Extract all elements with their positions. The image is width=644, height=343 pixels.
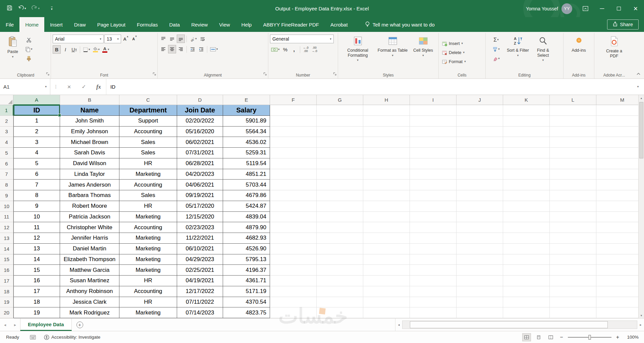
cell[interactable] [503, 127, 550, 137]
cell[interactable] [410, 212, 457, 223]
cell[interactable] [550, 127, 596, 137]
cell[interactable]: 12/17/2022 [177, 286, 223, 297]
cell[interactable]: Accounting [119, 180, 177, 190]
cell[interactable]: 04/20/2023 [177, 169, 223, 180]
cell[interactable] [503, 148, 550, 158]
cell[interactable] [363, 297, 410, 308]
cell[interactable] [457, 201, 503, 212]
cell[interactable] [270, 190, 317, 201]
cell[interactable]: 05/17/2020 [177, 201, 223, 212]
cell[interactable]: 10 [13, 212, 60, 223]
cell[interactable]: Matthew Garcia [60, 265, 119, 276]
cell[interactable] [596, 169, 644, 180]
cell[interactable] [363, 148, 410, 158]
cell[interactable] [596, 148, 644, 158]
cell[interactable] [410, 276, 457, 286]
row-header-13[interactable]: 13 [0, 233, 13, 244]
normal-view-button[interactable] [522, 333, 531, 341]
cell[interactable] [317, 244, 363, 254]
tab-formulas[interactable]: Formulas [131, 17, 164, 32]
cell[interactable] [363, 137, 410, 148]
cell[interactable]: Christopher White [60, 222, 119, 233]
wrap-text-button[interactable] [199, 35, 207, 43]
cell[interactable]: 5901.89 [223, 116, 270, 127]
cell[interactable] [410, 105, 457, 116]
number-format-select[interactable]: General▾ [270, 35, 334, 43]
clipboard-dialog-launcher[interactable] [46, 71, 50, 77]
row-header-11[interactable]: 11 [0, 212, 13, 223]
row-header-12[interactable]: 12 [0, 222, 13, 233]
cell[interactable]: 06/02/2021 [177, 137, 223, 148]
cell[interactable] [503, 307, 550, 318]
cell[interactable] [317, 105, 363, 116]
tab-draw[interactable]: Draw [68, 17, 92, 32]
cell[interactable] [410, 158, 457, 169]
cell[interactable] [457, 180, 503, 190]
cell[interactable] [410, 265, 457, 276]
bottom-align-button[interactable] [177, 35, 185, 43]
cell[interactable] [550, 201, 596, 212]
cell[interactable]: 4536.02 [223, 137, 270, 148]
column-header-I[interactable]: I [410, 95, 457, 105]
cell[interactable]: Marketing [119, 233, 177, 244]
cell[interactable]: 06/28/2021 [177, 158, 223, 169]
share-button[interactable]: Share [607, 19, 639, 30]
cell[interactable] [550, 137, 596, 148]
cell[interactable]: John Smith [60, 116, 119, 127]
cell[interactable] [363, 307, 410, 318]
cell[interactable]: Jennifer Harris [60, 233, 119, 244]
zoom-out-button[interactable]: − [558, 334, 564, 340]
cell[interactable] [317, 265, 363, 276]
cell[interactable] [410, 222, 457, 233]
cell[interactable] [410, 297, 457, 308]
scroll-down-icon[interactable]: ▾ [639, 312, 644, 318]
scroll-right-icon[interactable]: ▸ [637, 318, 644, 331]
cell[interactable]: 07/31/2021 [177, 148, 223, 158]
cell[interactable] [457, 116, 503, 127]
cell[interactable] [457, 158, 503, 169]
cell[interactable] [503, 254, 550, 265]
cell[interactable]: 2 [13, 127, 60, 137]
cell[interactable]: HR [119, 297, 177, 308]
cell[interactable] [550, 148, 596, 158]
cell[interactable] [270, 244, 317, 254]
cell[interactable]: HR [119, 201, 177, 212]
avatar[interactable]: YY [561, 3, 572, 14]
format-cells-button[interactable]: Format▾ [440, 57, 484, 66]
cell[interactable]: HR [119, 158, 177, 169]
clear-button[interactable]: ▾ [487, 54, 505, 63]
cell[interactable] [363, 233, 410, 244]
row-header-8[interactable]: 8 [0, 180, 13, 190]
cell[interactable] [596, 244, 644, 254]
cell[interactable] [503, 244, 550, 254]
add-ins-button[interactable]: Add-ins [567, 34, 591, 71]
cell[interactable]: 14 [13, 254, 60, 265]
cell[interactable]: 02/20/2022 [177, 116, 223, 127]
sort-filter-button[interactable]: AZ Sort & Filter ▾ [506, 34, 530, 71]
insert-function-button[interactable]: fx [91, 79, 106, 95]
cell[interactable] [363, 116, 410, 127]
accounting-format-button[interactable]: ▾ [270, 45, 281, 54]
cell[interactable]: James Anderson [60, 180, 119, 190]
cell[interactable] [596, 276, 644, 286]
row-header-7[interactable]: 7 [0, 169, 13, 180]
cell[interactable]: 1 [13, 116, 60, 127]
cell[interactable]: 18 [13, 297, 60, 308]
bold-button[interactable]: B [53, 45, 61, 54]
macro-record-button[interactable] [26, 335, 40, 340]
cell[interactable] [363, 105, 410, 116]
cell[interactable]: 9 [13, 201, 60, 212]
cell[interactable]: 07/11/2022 [177, 297, 223, 308]
cell[interactable] [317, 297, 363, 308]
cell[interactable] [410, 137, 457, 148]
cell[interactable] [363, 276, 410, 286]
cell[interactable] [270, 254, 317, 265]
tab-help[interactable]: Help [236, 17, 258, 32]
cell[interactable] [550, 265, 596, 276]
cell[interactable] [550, 244, 596, 254]
formula-bar-handle[interactable]: ⁞ [50, 79, 62, 95]
alignment-dialog-launcher[interactable] [263, 71, 267, 77]
italic-button[interactable]: I [61, 45, 69, 54]
cell[interactable] [503, 169, 550, 180]
decrease-indent-button[interactable] [189, 45, 197, 53]
